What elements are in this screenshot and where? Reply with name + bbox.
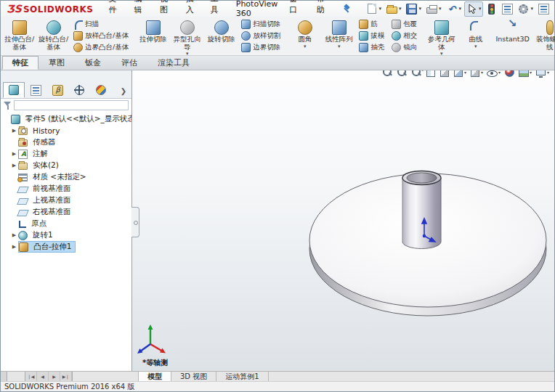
wrap-button[interactable]: 包覆 [389, 19, 421, 30]
chevron-down-icon[interactable]: ▾ [439, 6, 442, 12]
tab-3d-views[interactable]: 3D 视图 [171, 372, 216, 381]
sensors-folder-icon [18, 139, 28, 147]
previous-tab-button[interactable]: ◀ [37, 372, 49, 381]
chevron-down-icon[interactable]: ▾ [378, 6, 381, 12]
tree-item-origin[interactable]: 原点 [1, 218, 131, 229]
linear-pattern-button[interactable]: 线性阵列▾ [322, 17, 356, 54]
print-button[interactable]: ▾ [424, 2, 444, 16]
apply-scene-button[interactable]: ▾ [518, 70, 532, 78]
features-small-column-2: 包覆 相交 镜向 [389, 17, 421, 54]
tree-item-material[interactable]: 材质 <未指定> [1, 171, 131, 183]
extruded-cut-button[interactable]: 拉伸切除 [136, 17, 170, 54]
chevron-down-icon[interactable]: ▾ [399, 6, 402, 12]
chevron-down-icon[interactable]: ▾ [458, 6, 461, 12]
tab-configuration-manager[interactable] [46, 82, 68, 98]
reference-geometry-button[interactable]: 参考几何体▾ [424, 17, 458, 54]
tree-item-annotations[interactable]: ▶ 注解 [1, 148, 131, 160]
edit-appearance-button[interactable] [503, 70, 516, 78]
tab-features[interactable]: 特征 [2, 56, 39, 70]
pin-menu-icon[interactable] [342, 4, 349, 14]
tab-display-manager[interactable] [90, 82, 112, 98]
mirror-button[interactable]: 镜向 [389, 42, 421, 53]
part-cylinder[interactable] [402, 171, 441, 249]
tree-item-sensors[interactable]: 传感器 [1, 136, 131, 148]
fillet-button[interactable]: 圆角▾ [288, 17, 322, 54]
boundary-cut-button[interactable]: 边界切除 [239, 42, 284, 53]
previous-view-button[interactable]: ◂ [410, 70, 423, 78]
chevron-down-icon[interactable]: ▾ [547, 70, 549, 75]
chevron-down-icon[interactable]: ▾ [481, 70, 483, 75]
tab-feature-tree[interactable] [3, 82, 25, 98]
swept-boss-button[interactable]: 扫描 [71, 19, 132, 30]
instant3d-button[interactable]: Instant3D [495, 17, 530, 54]
tab-sheet-metal[interactable]: 钣金 [75, 56, 111, 70]
tree-item-history[interactable]: ▶ History [1, 125, 131, 136]
3d-drawing-view-button[interactable] [439, 70, 450, 78]
tree-item-revolve1[interactable]: ▶ 旋转1 [1, 229, 131, 241]
chevron-down-icon[interactable]: ▾ [479, 6, 482, 12]
expander-icon[interactable]: ▶ [10, 244, 18, 250]
zoom-to-area-button[interactable] [396, 70, 408, 78]
tab-sketch[interactable]: 草图 [39, 56, 75, 70]
lofted-cut-button[interactable]: 放样切割 [239, 30, 284, 41]
tree-item-solid-bodies[interactable]: ▶ 实体(2) [1, 160, 131, 171]
extruded-boss-base-button[interactable]: 拉伸凸台/基体 [2, 17, 36, 54]
tree-item-top-plane[interactable]: 上视基准面 [1, 195, 131, 206]
chevron-down-icon[interactable]: ▾ [464, 70, 466, 75]
revolved-cut-button[interactable]: 旋转切除 [204, 17, 238, 54]
chevron-down-icon[interactable]: ▾ [530, 70, 532, 75]
cosmetic-thread-button[interactable]: 装饰螺纹线 [532, 17, 555, 54]
tab-property-manager[interactable] [25, 82, 46, 98]
swept-cut-button[interactable]: 扫描切除 [239, 19, 284, 30]
view-settings-button[interactable]: ▾ [535, 70, 550, 77]
tab-motion-study1[interactable]: 运动算例1 [216, 372, 268, 381]
intersect-button[interactable]: 相交 [389, 30, 421, 41]
select-tool-button[interactable]: ▾ [464, 1, 484, 17]
tab-model[interactable]: 模型 [138, 372, 171, 381]
shell-button[interactable]: 抽壳 [357, 42, 388, 53]
model-canvas[interactable] [132, 70, 549, 371]
tree-item-part-root[interactable]: 零件5 (默认<<默认>_显示状态 1>) [1, 113, 131, 125]
open-document-button[interactable]: ▾ [384, 2, 404, 16]
display-style-button[interactable]: ▾ [469, 70, 484, 78]
shell-icon [359, 43, 368, 52]
settings-button[interactable]: ▾ [516, 1, 535, 17]
expander-icon[interactable]: ▶ [10, 128, 18, 134]
zoom-to-fit-button[interactable] [381, 70, 394, 78]
last-tab-button[interactable]: ▶❘ [60, 372, 72, 381]
graphics-viewport[interactable]: ◂ ▾ ▾ ▾ ▾ ▾ [132, 70, 554, 371]
tree-item-front-plane[interactable]: 前视基准面 [1, 183, 131, 195]
revolved-boss-base-button[interactable]: 旋转凸台/基体 [36, 17, 70, 54]
panel-splitter[interactable] [131, 207, 139, 237]
tree-item-boss-extrude1[interactable]: ▶ 凸台-拉伸1 [1, 241, 131, 253]
new-document-button[interactable]: ▾ [365, 1, 384, 16]
expander-icon[interactable]: ▶ [10, 232, 18, 238]
save-button[interactable]: ▾ [404, 1, 424, 17]
options-list-button[interactable] [500, 1, 515, 17]
lofted-boss-button[interactable]: 放样凸台/基体 [71, 30, 132, 41]
chevron-down-icon[interactable]: ▾ [418, 6, 421, 12]
chevron-down-icon[interactable]: ▾ [530, 6, 533, 12]
tab-render-tools[interactable]: 渲染工具 [147, 56, 200, 70]
expander-icon[interactable]: ▶ [10, 163, 18, 168]
section-view-button[interactable] [425, 70, 437, 78]
next-tab-button[interactable]: ▶ [49, 372, 60, 381]
hole-wizard-button[interactable]: 异型孔向导▾ [170, 17, 204, 54]
curves-button[interactable]: 曲线▾ [458, 17, 493, 54]
chevron-down-icon[interactable]: ▾ [498, 70, 501, 75]
tab-dimxpert[interactable] [68, 82, 90, 98]
tree-item-right-plane[interactable]: 右视基准面 [1, 206, 131, 218]
panel-expand-chevron[interactable]: ❯ [118, 83, 129, 98]
expander-icon[interactable]: ▶ [10, 151, 18, 157]
rib-button[interactable]: 筋 [357, 19, 388, 30]
hide-show-items-button[interactable]: ▾ [486, 70, 501, 78]
tree-filter-input[interactable] [14, 100, 129, 110]
view-orientation-button[interactable]: ▾ [453, 70, 467, 78]
undo-button[interactable]: ↶▾ [444, 1, 463, 17]
rebuild-button[interactable] [484, 1, 499, 17]
more-options-button[interactable] [536, 1, 551, 17]
boundary-boss-button[interactable]: 边界凸台/基体 [71, 42, 132, 53]
first-tab-button[interactable]: ❘◀ [25, 372, 37, 381]
tab-evaluate[interactable]: 评估 [111, 56, 147, 70]
draft-button[interactable]: 拔模 [357, 30, 388, 41]
